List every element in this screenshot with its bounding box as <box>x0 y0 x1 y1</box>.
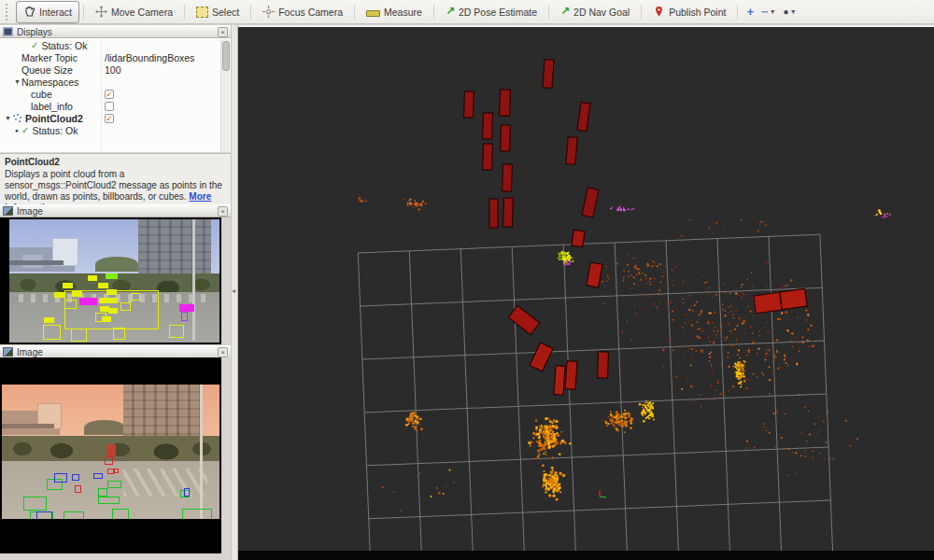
displays-panel: Displays × ✓Status: OkMarker Topic/lidar… <box>0 25 231 203</box>
row-label: label_info <box>31 101 73 112</box>
toolbar-drag-handle[interactable] <box>6 4 11 21</box>
chevron-down-icon: ▼ <box>790 8 797 15</box>
camera-image-day <box>0 217 221 344</box>
viewport-bottom-bar <box>238 551 934 560</box>
tool-label: Interact <box>39 7 72 18</box>
image1-titlebar[interactable]: Image × <box>0 204 231 217</box>
detection-box <box>43 325 61 340</box>
detection-box <box>88 275 97 281</box>
tool-label: Publish Point <box>669 7 726 18</box>
detection-box <box>182 509 212 519</box>
displays-panel-title: Displays <box>17 27 218 37</box>
2d-nav-goal-button[interactable]: ↗2D Nav Goal <box>553 1 637 23</box>
detection-box <box>54 473 67 483</box>
detection-box <box>106 289 117 295</box>
tool-options-button[interactable]: ●▼ <box>784 6 797 18</box>
close-icon[interactable]: × <box>218 27 228 37</box>
select-button[interactable]: Select <box>189 1 247 23</box>
move-camera-icon <box>95 6 107 18</box>
checkbox-label-info[interactable] <box>105 102 114 111</box>
detection-box <box>23 497 47 511</box>
add-tool-button-icon: + <box>746 6 754 18</box>
detection-box <box>114 469 119 473</box>
3d-viewport[interactable] <box>238 25 934 560</box>
row-value[interactable]: 100 <box>105 64 121 76</box>
image2-titlebar[interactable]: Image × <box>0 345 231 358</box>
bounding-box-3d <box>780 288 807 310</box>
tree-row-marker-topic[interactable]: Marker Topic/lidarBoundingBoxes <box>0 51 231 63</box>
tree-row-queue-size[interactable]: Queue Size100 <box>0 63 231 76</box>
select-icon <box>196 7 208 18</box>
tool-label: 2D Nav Goal <box>573 7 630 18</box>
detection-box <box>75 485 81 493</box>
green-arrow-icon: ↗ <box>560 6 570 18</box>
bounding-box-3d <box>598 352 609 378</box>
image-panel-1: Image × <box>0 204 231 344</box>
detection-box <box>106 273 118 279</box>
bounding-box-3d <box>554 366 565 396</box>
tree-row-namespaces[interactable]: ▼Namespaces <box>0 76 231 88</box>
detection-box <box>107 469 114 474</box>
row-label: Queue Size <box>21 64 73 76</box>
display-description: PointCloud2 Displays a point cloud from … <box>0 153 231 208</box>
remove-tool-button-icon: − <box>761 6 769 18</box>
checkbox-pointcloud2[interactable]: ✓ <box>105 114 114 123</box>
camera-image-ir <box>0 357 221 553</box>
tree-row-cube[interactable]: cube✓ <box>0 88 231 100</box>
row-label: PointCloud2 <box>25 113 83 124</box>
close-icon[interactable]: × <box>218 206 228 217</box>
displays-panel-titlebar[interactable]: Displays × <box>0 25 231 38</box>
detection-box <box>63 283 73 288</box>
detection-box <box>98 488 107 497</box>
detection-box <box>36 511 52 519</box>
collapse-arrow-icon[interactable]: ◂ <box>232 287 235 295</box>
measure-icon <box>366 10 380 17</box>
tool-label: Measure <box>384 7 422 18</box>
detection-box <box>113 328 125 340</box>
tool-label: Move Camera <box>111 7 173 18</box>
add-tool-button[interactable]: + <box>746 6 754 18</box>
displays-scrollbar[interactable] <box>220 39 230 152</box>
detection-box <box>181 312 188 321</box>
tree-row-status-ok[interactable]: ✓Status: Ok <box>0 39 231 51</box>
image1-title: Image <box>17 206 218 217</box>
interact-button[interactable]: Interact <box>16 1 79 23</box>
row-label: Marker Topic <box>21 52 78 63</box>
tree-row-status-ok[interactable]: ▸✓Status: Ok <box>0 124 231 136</box>
move-camera-button[interactable]: Move Camera <box>88 1 180 23</box>
displays-icon <box>3 27 13 36</box>
tool-options-button-icon: ● <box>784 6 789 18</box>
row-value[interactable]: /lidarBoundingBoxes <box>105 52 194 63</box>
checkbox-cube[interactable]: ✓ <box>105 90 114 99</box>
detection-box <box>98 283 108 288</box>
row-label: Status: Ok <box>32 125 78 136</box>
pointcloud2-icon <box>12 113 22 123</box>
bounding-box-3d <box>566 137 577 165</box>
publish-point-button[interactable]: Publish Point <box>645 1 733 23</box>
tree-row-pointcloud2[interactable]: ▼PointCloud2✓ <box>0 112 231 124</box>
toolbar-separator <box>737 5 738 20</box>
bounding-box-3d <box>502 164 512 191</box>
tree-row-label-info[interactable]: label_info <box>0 100 231 112</box>
detection-box <box>71 329 87 342</box>
image-icon <box>3 206 13 216</box>
detection-box <box>99 298 108 303</box>
twisty-icon[interactable]: ▼ <box>4 115 12 121</box>
detection-box <box>107 481 121 488</box>
panel-splitter[interactable]: ◂ <box>231 25 238 560</box>
detection-box <box>95 313 106 322</box>
remove-tool-button[interactable]: −▼ <box>761 6 776 18</box>
detection-box <box>54 292 64 298</box>
twisty-icon[interactable]: ▸ <box>13 127 21 134</box>
focus-camera-button[interactable]: Focus Camera <box>255 1 350 23</box>
measure-button[interactable]: Measure <box>359 1 430 23</box>
row-label: cube <box>31 89 52 100</box>
detection-box <box>93 473 103 479</box>
tool-label: Focus Camera <box>278 7 343 18</box>
bounding-box-3d <box>502 198 513 227</box>
close-icon[interactable]: × <box>218 347 228 357</box>
detection-box <box>72 291 82 297</box>
2d-pose-estimate-button[interactable]: ↗2D Pose Estimate <box>438 1 545 23</box>
detection-box <box>64 300 77 309</box>
twisty-icon[interactable]: ▼ <box>13 78 21 85</box>
